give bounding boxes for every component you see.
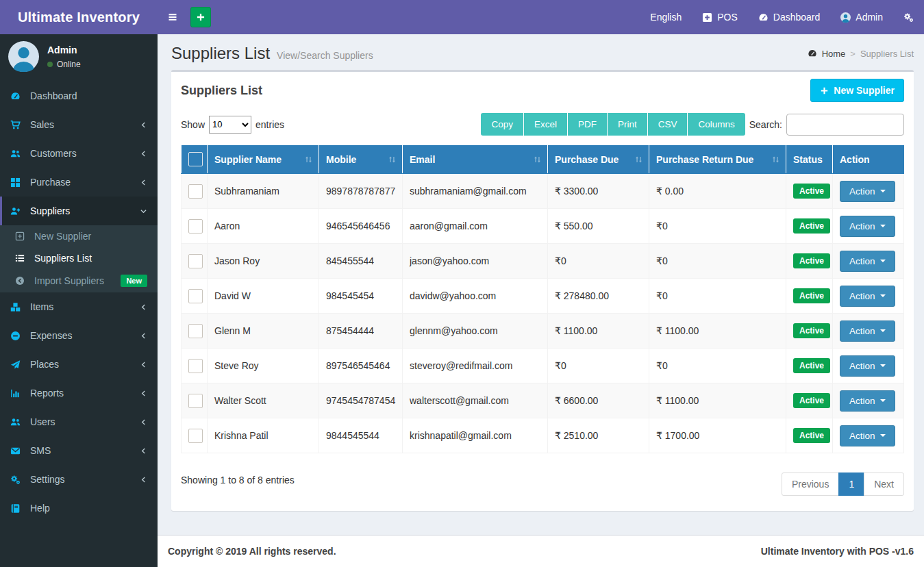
minus-circle-icon xyxy=(10,331,25,341)
row-action-button[interactable]: Action xyxy=(840,355,895,377)
plus-square-icon xyxy=(702,12,712,23)
settings-menu[interactable] xyxy=(893,0,924,34)
pagination: Previous 1 Next xyxy=(782,473,904,496)
breadcrumb-home-link[interactable]: Home xyxy=(822,49,846,59)
select-all-checkbox[interactable] xyxy=(188,152,203,166)
cell-supplier-name: Jason Roy xyxy=(208,244,319,279)
pagination-page-1-button[interactable]: 1 xyxy=(838,473,864,496)
row-checkbox[interactable] xyxy=(188,359,203,373)
sidebar-item-suppliers-list[interactable]: Suppliers List xyxy=(0,247,158,269)
export-excel-button[interactable]: Excel xyxy=(524,113,568,136)
hamburger-icon xyxy=(167,12,178,23)
column-header-purchase-due[interactable]: Purchase Due xyxy=(548,145,649,174)
sidebar-item-help[interactable]: Help xyxy=(0,494,158,522)
cell-action: Action xyxy=(833,314,904,349)
sidebar-item-places[interactable]: Places xyxy=(0,350,158,379)
plus-icon xyxy=(196,12,205,22)
cell-mobile: 9844545544 xyxy=(319,418,403,453)
column-header-supplier-name[interactable]: Supplier Name xyxy=(208,145,319,174)
column-header-purchase-return-due[interactable]: Purchase Return Due xyxy=(649,145,786,174)
language-label: English xyxy=(650,12,682,23)
row-action-button[interactable]: Action xyxy=(840,181,895,202)
sidebar-item-sales[interactable]: Sales xyxy=(0,110,158,139)
column-header-mobile[interactable]: Mobile xyxy=(319,145,403,174)
sidebar-item-items[interactable]: Items xyxy=(0,292,158,321)
sidebar-item-import-suppliers[interactable]: Import SuppliersNew xyxy=(0,269,158,292)
dashboard-link[interactable]: Dashboard xyxy=(748,0,831,34)
select-all-header xyxy=(182,145,208,174)
sidebar-item-label: Sales xyxy=(30,119,54,130)
row-checkbox[interactable] xyxy=(188,184,203,199)
export-csv-button[interactable]: CSV xyxy=(648,113,688,136)
export-pdf-button[interactable]: PDF xyxy=(568,113,608,136)
column-header-action: Action xyxy=(833,145,904,174)
column-label: Supplier Name xyxy=(214,154,282,165)
sidebar-item-sms[interactable]: SMS xyxy=(0,436,158,465)
page-length-select[interactable]: 10 xyxy=(209,116,251,134)
new-supplier-button[interactable]: New Supplier xyxy=(810,79,904,102)
cell-select xyxy=(182,383,208,418)
cell-mobile: 845455544 xyxy=(319,244,403,279)
column-label: Action xyxy=(840,154,870,165)
row-action-button[interactable]: Action xyxy=(840,286,895,307)
new-badge: New xyxy=(121,275,147,287)
table-row-krishna-patil: Krishna Patil9844545544krishnapatil@gmai… xyxy=(182,418,904,453)
navbar-main: English POS Dashboard Admin xyxy=(158,0,924,34)
sidebar-item-customers[interactable]: Customers xyxy=(0,139,158,168)
sidebar-item-suppliers[interactable]: Suppliers xyxy=(0,197,158,225)
row-checkbox[interactable] xyxy=(188,324,203,338)
pos-link[interactable]: POS xyxy=(692,0,748,34)
page-length-control: Show 10 entries xyxy=(181,116,284,134)
export-columns-button[interactable]: Columns xyxy=(688,113,745,136)
caret-down-icon xyxy=(880,190,886,192)
row-checkbox[interactable] xyxy=(188,429,203,443)
status-badge: Active xyxy=(793,253,830,268)
search-input[interactable] xyxy=(786,114,904,136)
dashboard-icon xyxy=(758,12,769,23)
sort-icon xyxy=(771,155,780,164)
sidebar-toggle-button[interactable] xyxy=(158,0,188,34)
content: Suppliers List New Supplier Show 10 entr… xyxy=(158,67,924,535)
user-menu[interactable]: Admin xyxy=(830,0,893,34)
pagination-next-button[interactable]: Next xyxy=(864,473,904,496)
sidebar-item-settings[interactable]: Settings xyxy=(0,465,158,494)
entries-label: entries xyxy=(255,119,284,130)
cell-status: Active xyxy=(786,349,833,383)
sidebar-item-users[interactable]: Users xyxy=(0,407,158,436)
row-action-button[interactable]: Action xyxy=(840,251,895,272)
chevron-left-icon xyxy=(140,303,147,311)
page-subtitle: View/Search Suppliers xyxy=(277,50,373,61)
user-status: Online xyxy=(47,60,81,69)
row-action-button[interactable]: Action xyxy=(840,390,895,412)
chevron-left-icon xyxy=(140,332,147,340)
cell-action: Action xyxy=(833,244,904,279)
cell-purchase-due: ₹0 xyxy=(548,244,649,279)
sidebar-item-reports[interactable]: Reports xyxy=(0,379,158,407)
cell-mobile: 9897878787877 xyxy=(319,174,403,209)
row-checkbox[interactable] xyxy=(188,254,203,268)
sidebar-item-dashboard[interactable]: Dashboard xyxy=(0,81,158,110)
language-menu[interactable]: English xyxy=(640,0,692,34)
export-print-button[interactable]: Print xyxy=(608,113,648,136)
column-header-email[interactable]: Email xyxy=(403,145,548,174)
row-checkbox[interactable] xyxy=(188,289,203,303)
quick-add-button[interactable] xyxy=(190,7,211,27)
export-button-group: CopyExcelPDFPrintCSVColumns xyxy=(481,113,745,136)
row-action-button[interactable]: Action xyxy=(840,425,895,446)
search-control: Search: xyxy=(749,114,904,136)
list-icon xyxy=(15,253,30,263)
submenu-suppliers: New SupplierSuppliers ListImport Supplie… xyxy=(0,225,158,292)
row-action-button[interactable]: Action xyxy=(840,320,895,342)
sidebar-item-purchase[interactable]: Purchase xyxy=(0,168,158,197)
top-navbar: Ultimate Inventory English POS Dashboard… xyxy=(0,0,924,34)
sidebar-item-new-supplier[interactable]: New Supplier xyxy=(0,225,158,247)
sidebar-item-expenses[interactable]: Expenses xyxy=(0,321,158,350)
row-checkbox[interactable] xyxy=(188,394,203,408)
caret-down-icon xyxy=(880,225,886,227)
pagination-previous-button[interactable]: Previous xyxy=(782,473,839,496)
export-copy-button[interactable]: Copy xyxy=(481,113,524,136)
status-badge: Active xyxy=(793,288,830,303)
row-action-button[interactable]: Action xyxy=(840,216,895,237)
row-checkbox[interactable] xyxy=(188,219,203,234)
brand-logo[interactable]: Ultimate Inventory xyxy=(0,0,158,34)
